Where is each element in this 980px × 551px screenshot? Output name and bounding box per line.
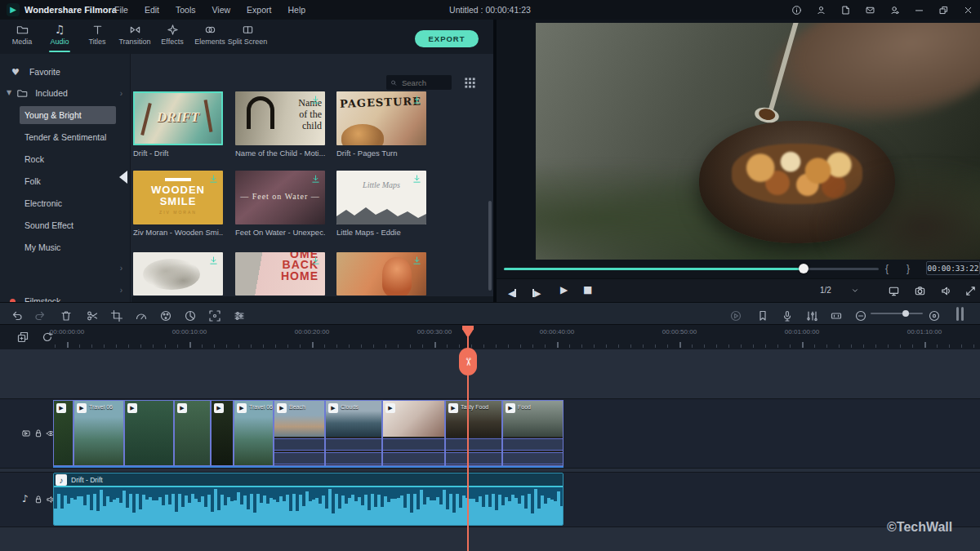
audio-card-4[interactable]: — Feet on Water —Feet On Water - Unexpec… [235, 171, 325, 237]
mark-out-icon[interactable]: } [906, 263, 910, 274]
speaker-icon[interactable] [940, 285, 952, 297]
speed-icon[interactable] [135, 308, 148, 321]
search-input[interactable] [400, 78, 448, 88]
tab-media[interactable]: Media [3, 20, 41, 54]
audio-clip-drift[interactable]: ♪ Drift - Drift [53, 473, 564, 526]
tab-transition[interactable]: Transition [116, 20, 154, 54]
dual-monitor-icon[interactable] [888, 285, 900, 297]
video-clip-5[interactable]: ▶Travel 06 [234, 400, 274, 466]
chroma-key-icon[interactable] [184, 308, 197, 321]
video-clip-4[interactable]: ▶ [211, 400, 234, 466]
collapse-sidebar-handle[interactable] [119, 171, 127, 184]
sidebar-item-sound-effect[interactable]: Sound Effect [20, 216, 116, 234]
tab-split-screen[interactable]: Split Screen [229, 20, 266, 54]
zoom-slider-knob[interactable] [902, 310, 909, 317]
export-button[interactable]: EXPORT [415, 30, 479, 47]
ruler-label: 00:00:40:00 [540, 328, 574, 335]
snapshot-icon[interactable] [914, 285, 926, 297]
video-clip-1[interactable]: ▶Travel 06 [74, 400, 124, 466]
lock-icon[interactable] [33, 429, 43, 438]
timeline-zoom-slider[interactable] [871, 313, 923, 314]
audio-card-8[interactable] [336, 252, 426, 295]
previous-frame-icon[interactable]: ◀ [508, 285, 516, 300]
audio-card-3[interactable]: WOODENSMILEZIV MORANZiv Moran - Wooden S… [133, 171, 223, 237]
redo-icon [33, 309, 47, 322]
timeline-tracks: ♪ ▶▶Travel 06▶▶▶▶Travel 06▶Beach▶Clouds▶… [0, 349, 980, 551]
adjust-icon [233, 309, 246, 322]
undo-icon[interactable] [11, 308, 24, 321]
minimize-icon[interactable] [914, 2, 924, 17]
sidebar-item-tender-sentimental[interactable]: Tender & Sentimental [20, 128, 116, 146]
video-clip-3[interactable]: ▶ [174, 400, 211, 466]
video-clip-icon[interactable] [21, 429, 31, 438]
library-scrollbar[interactable] [488, 201, 492, 291]
mark-icon[interactable] [756, 308, 769, 321]
restore-icon[interactable] [938, 2, 949, 17]
preview-zoom-select[interactable]: 1/2 [820, 286, 874, 295]
audio-card-6[interactable] [133, 252, 223, 295]
account-icon[interactable] [816, 2, 826, 17]
adjust-icon[interactable] [233, 308, 246, 321]
manage-tracks-icon[interactable] [16, 331, 29, 344]
video-clip-7[interactable]: ▶Clouds [325, 400, 382, 466]
tab-audio[interactable]: ♫Audio [41, 20, 78, 54]
redo-icon[interactable] [33, 308, 47, 321]
lock-icon[interactable] [33, 495, 43, 504]
record-voiceover-icon[interactable] [781, 308, 794, 321]
sidebar-item-folk[interactable]: Folk [20, 172, 116, 190]
fullscreen-icon[interactable] [964, 285, 977, 297]
save-icon[interactable] [840, 2, 851, 17]
color-icon[interactable] [159, 308, 172, 321]
audio-card-7[interactable]: OMEBACKHOME [235, 252, 325, 295]
zoom-out-icon[interactable] [854, 308, 867, 321]
next-frame-icon[interactable]: ▶ [532, 285, 541, 300]
sidebar-item-included[interactable]: ▼ Included › [0, 85, 131, 101]
music-note-icon: ♪ [56, 474, 67, 486]
split-icon[interactable] [86, 308, 99, 321]
tab-effects[interactable]: Effects [154, 20, 191, 54]
sidebar-item-electronic[interactable]: Electronic [20, 194, 116, 212]
sidebar-item-my-music[interactable]: My Music [20, 238, 116, 256]
edit-toolbar [0, 302, 980, 325]
video-clip-10[interactable]: ▶Food [502, 400, 564, 466]
music-note-icon[interactable]: ♪ [22, 494, 32, 504]
audio-card-2[interactable]: PAGESTUREDrift - Pages Turn [336, 91, 426, 158]
grid-view-icon[interactable] [464, 77, 476, 89]
sidebar-item-favorite[interactable]: ♥ Favorite [0, 64, 131, 80]
close-icon[interactable] [963, 2, 973, 17]
audio-mixer-icon[interactable] [805, 308, 818, 321]
tab-titles[interactable]: Titles [78, 20, 116, 54]
play-badge-icon: ▶ [385, 403, 395, 413]
sidebar-item-rock[interactable]: Rock [20, 150, 116, 168]
support-icon[interactable] [889, 2, 900, 17]
mark-in-icon[interactable]: { [885, 263, 889, 274]
split-icon [86, 309, 99, 322]
audio-card-0[interactable]: DRIFTDrift - Drift [133, 91, 223, 158]
video-clip-6[interactable]: ▶Beach [274, 400, 325, 466]
playhead-scissors-badge[interactable]: ✂ [459, 348, 477, 375]
crop-icon[interactable] [110, 308, 123, 321]
preview-video[interactable] [536, 23, 980, 260]
timeline-vscroll[interactable] [956, 307, 965, 321]
zoom-fit-icon[interactable] [928, 308, 941, 321]
timeline-ruler[interactable]: 00:00:00:0000:00:10:0000:00:20:0000:00:3… [0, 325, 980, 349]
audio-card-1[interactable]: Nameof thechildName of the Child - Moti.… [235, 91, 325, 158]
seek-knob[interactable] [799, 264, 808, 273]
sidebar-item-young-bright[interactable]: Young & Bright [20, 106, 116, 124]
motion-track-icon[interactable] [208, 308, 221, 321]
feedback-icon[interactable] [865, 2, 875, 17]
tab-elements[interactable]: Elements [191, 20, 229, 54]
play-badge-icon: ▶ [127, 403, 137, 413]
stop-icon[interactable]: ■ [583, 285, 592, 295]
render-preview-icon[interactable] [729, 308, 742, 321]
inout-icon[interactable] [830, 308, 843, 321]
video-clip-0[interactable]: ▶ [53, 400, 74, 466]
play-icon[interactable]: ▶ [560, 285, 568, 295]
audio-card-5[interactable]: Little MapsLittle Maps - Eddie [336, 171, 426, 237]
video-clip-8[interactable]: ▶ [382, 400, 445, 466]
video-clip-2[interactable]: ▶ [124, 400, 174, 466]
delete-icon[interactable] [60, 308, 73, 321]
seek-bar[interactable] [504, 268, 879, 270]
video-clip-9[interactable]: ▶Tasty Food [445, 400, 502, 466]
info-icon[interactable] [791, 2, 802, 17]
